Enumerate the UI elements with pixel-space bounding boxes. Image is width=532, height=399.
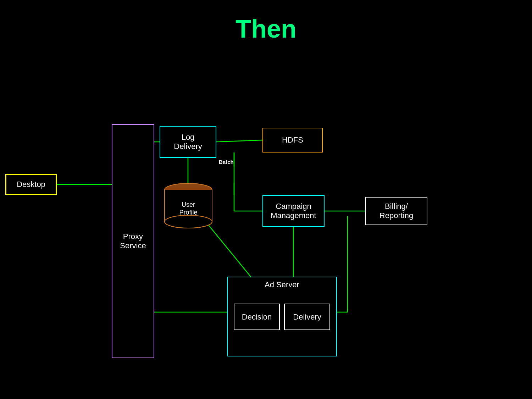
log-delivery-node: Log Delivery — [160, 126, 216, 158]
delivery-node: Delivery — [284, 304, 330, 330]
diagram: Desktop Proxy Service Log Delivery HDFS … — [0, 57, 532, 397]
svg-line-2 — [216, 140, 262, 142]
batch-label: Batch — [219, 159, 234, 165]
proxy-node: Proxy Service — [112, 124, 154, 358]
svg-text:Profile: Profile — [179, 209, 197, 216]
svg-point-21 — [165, 215, 212, 228]
hdfs-node: HDFS — [262, 128, 323, 153]
decision-node: Decision — [234, 304, 280, 330]
campaign-node: Campaign Management — [262, 195, 325, 227]
svg-text:User: User — [182, 201, 195, 208]
user-profile-node: User Profile — [163, 183, 214, 229]
page-title: Then — [0, 0, 532, 43]
ad-server-node: Ad Server Decision Delivery — [227, 277, 337, 356]
billing-node: Billing/ Reporting — [365, 197, 427, 225]
desktop-node: Desktop — [5, 174, 57, 195]
